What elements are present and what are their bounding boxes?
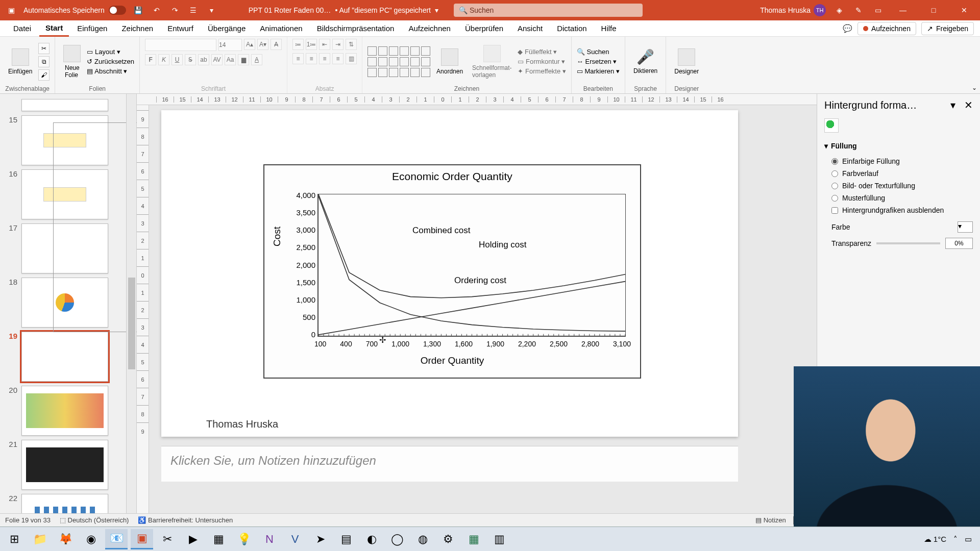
pane-dropdown-icon[interactable]: ▾: [950, 99, 955, 111]
more-icon[interactable]: ▾: [206, 4, 218, 16]
align-left-icon[interactable]: ≡: [292, 53, 304, 64]
replace-button[interactable]: ↔ Ersetzen ▾: [577, 58, 620, 65]
arrange-button[interactable]: Anordnen: [433, 46, 466, 77]
thumbnail[interactable]: 22: [0, 492, 126, 513]
visio-icon[interactable]: V: [284, 529, 306, 549]
reset-button[interactable]: ↺ Zurücksetzen: [87, 58, 134, 65]
section-button[interactable]: ▤ Abschnitt ▾: [87, 67, 134, 75]
circle-icon[interactable]: ◯: [386, 529, 408, 549]
excel-icon[interactable]: ▦: [462, 529, 485, 549]
color-picker[interactable]: ▾: [958, 221, 973, 233]
thumb-scrollbar[interactable]: [126, 94, 136, 513]
calc-icon[interactable]: ▦: [207, 529, 230, 549]
bold-button[interactable]: F: [145, 54, 156, 65]
clear-format-icon[interactable]: A̶: [271, 39, 282, 50]
obs-icon[interactable]: ◐: [360, 529, 383, 549]
tip-icon[interactable]: 💡: [233, 529, 255, 549]
tab-bildschirmpräsentation[interactable]: Bildschirmpräsentation: [311, 21, 401, 36]
app-icon[interactable]: ◍: [411, 529, 434, 549]
slide-canvas[interactable]: Economic Order Quantity Cost 4,0003,5003…: [149, 105, 817, 513]
transparency-slider[interactable]: [876, 242, 940, 244]
tab-entwurf[interactable]: Entwurf: [161, 21, 200, 36]
find-button[interactable]: 🔍 Suchen: [577, 48, 620, 56]
cut-icon[interactable]: ✂: [38, 43, 50, 54]
opt-solid-fill[interactable]: Einfarbige Füllung: [824, 155, 973, 167]
paste-button[interactable]: Einfügen: [5, 46, 35, 77]
vertical-ruler[interactable]: 9876543210123456789: [137, 105, 149, 513]
powerpoint-icon[interactable]: ▣: [131, 529, 153, 549]
tab-datei[interactable]: Datei: [7, 21, 37, 36]
designer-button[interactable]: Designer: [671, 46, 702, 77]
weather-icon[interactable]: ☁ 1°C: [924, 535, 946, 544]
strike-button[interactable]: S̶: [185, 54, 196, 65]
new-slide-button[interactable]: Neue Folie: [60, 43, 84, 81]
tab-übergänge[interactable]: Übergänge: [202, 21, 252, 36]
highlight-icon[interactable]: ▆: [238, 54, 249, 65]
vlc-icon[interactable]: ▶: [182, 529, 204, 549]
notes-pane-placeholder[interactable]: Klicken Sie, um Notizen hinzuzufügen: [161, 446, 738, 482]
pane-close-icon[interactable]: ✕: [964, 99, 973, 111]
outlook-icon[interactable]: 📧: [105, 529, 128, 549]
thumbnail[interactable]: 19: [0, 330, 126, 384]
share-button[interactable]: ↗Freigeben: [921, 22, 974, 35]
autosave-toggle[interactable]: Automatisches Speichern: [23, 6, 126, 15]
comments-icon[interactable]: 💬: [843, 24, 852, 33]
shape-outline-button[interactable]: ▭ Formkontur ▾: [518, 58, 566, 65]
explorer-icon[interactable]: 📁: [29, 529, 51, 549]
opt-picture-fill[interactable]: Bild- oder Texturfüllung: [824, 180, 973, 192]
undo-icon[interactable]: ↶: [151, 4, 163, 16]
shape-fill-button[interactable]: ◆ Fülleffekt ▾: [518, 48, 566, 56]
shadow-button[interactable]: ab: [198, 54, 209, 65]
tab-überprüfen[interactable]: Überprüfen: [459, 21, 509, 36]
language-button[interactable]: ⬚ Deutsch (Österreich): [60, 516, 129, 524]
copy-icon[interactable]: ⧉: [38, 56, 50, 67]
tab-start[interactable]: Start: [39, 20, 69, 37]
case-button[interactable]: Aa: [225, 54, 236, 65]
opt-hide-bg[interactable]: Hintergrundgrafiken ausblenden: [824, 204, 973, 216]
layout-button[interactable]: ▭ Layout ▾: [87, 48, 134, 56]
save-icon[interactable]: 💾: [132, 4, 144, 16]
section-fill[interactable]: ▾Füllung: [824, 142, 973, 150]
window-icon[interactable]: ▭: [872, 4, 884, 16]
dedent-icon[interactable]: ⇤: [319, 39, 330, 50]
tab-animationen[interactable]: Animationen: [254, 21, 308, 36]
tray-more-icon[interactable]: ▭: [965, 535, 972, 544]
underline-button[interactable]: U: [172, 54, 183, 65]
telegram-icon[interactable]: ➤: [309, 529, 332, 549]
thumbnail[interactable]: 21: [0, 438, 126, 492]
system-tray[interactable]: ☁ 1°C ˄ ▭: [924, 535, 977, 544]
tab-aufzeichnen[interactable]: Aufzeichnen: [402, 21, 457, 36]
tray-up-icon[interactable]: ˄: [953, 535, 958, 544]
diamond-icon[interactable]: ◈: [833, 4, 845, 16]
justify-icon[interactable]: ≡: [332, 53, 344, 64]
tab-hilfe[interactable]: Hilfe: [595, 21, 623, 36]
font-family-combo[interactable]: [145, 39, 216, 51]
collapse-ribbon-icon[interactable]: ⌄: [972, 84, 977, 91]
tab-einfügen[interactable]: Einfügen: [71, 21, 113, 36]
thumbnail[interactable]: 20: [0, 384, 126, 438]
font-size-combo[interactable]: [218, 39, 242, 51]
italic-button[interactable]: K: [158, 54, 169, 65]
firefox-icon[interactable]: 🦊: [54, 529, 77, 549]
pen-icon[interactable]: ✎: [852, 4, 865, 16]
opt-gradient-fill[interactable]: Farbverlauf: [824, 167, 973, 180]
tab-zeichnen[interactable]: Zeichnen: [115, 21, 159, 36]
shapes-gallery[interactable]: [368, 46, 430, 77]
transparency-input[interactable]: [945, 238, 973, 249]
bullets-icon[interactable]: ≔: [292, 39, 304, 50]
shape-effects-button[interactable]: ✦ Formeffekte ▾: [518, 67, 566, 75]
slide-counter[interactable]: Folie 19 von 33: [5, 516, 51, 524]
a11y-button[interactable]: ♿ Barrierefreiheit: Untersuchen: [138, 516, 233, 524]
dictate-button[interactable]: 🎤Diktieren: [630, 46, 660, 77]
account-button[interactable]: Thomas Hruska TH: [760, 4, 826, 16]
touchmode-icon[interactable]: ☰: [187, 4, 200, 16]
close-button[interactable]: ✕: [952, 0, 976, 20]
align-center-icon[interactable]: ≡: [306, 53, 317, 64]
slide[interactable]: Economic Order Quantity Cost 4,0003,5003…: [161, 110, 738, 437]
toggle-switch[interactable]: [109, 6, 126, 15]
indent-icon[interactable]: ⇥: [332, 39, 344, 50]
document-title[interactable]: PPT 01 Roter Faden 00… • Auf "diesem PC"…: [249, 6, 438, 14]
fill-tab-icon[interactable]: [824, 118, 839, 133]
tab-ansicht[interactable]: Ansicht: [511, 21, 549, 36]
select-button[interactable]: ▭ Markieren ▾: [577, 67, 620, 75]
